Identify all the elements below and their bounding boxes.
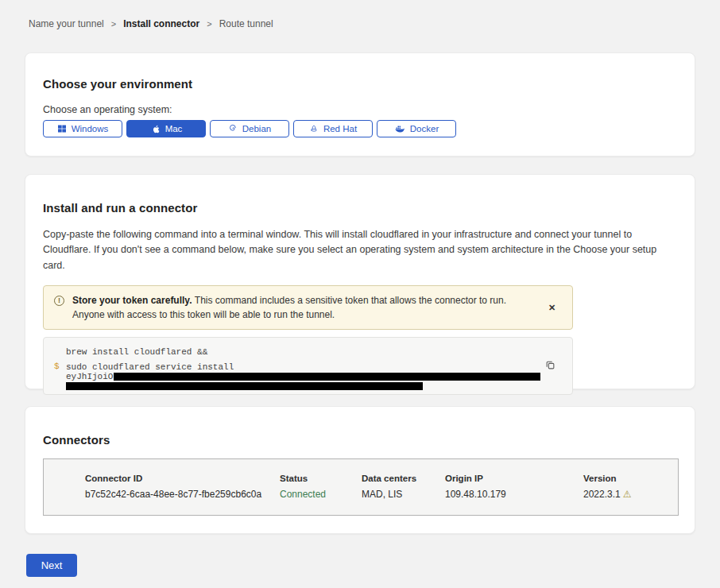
redacted-token-bar [66,382,423,390]
data-centers-value: MAD, LIS [362,489,445,500]
docker-icon [394,124,405,133]
token-prefix: eyJhIjoiO [66,372,113,381]
command-line-1: brew install cloudflared && [66,347,572,357]
column-header-data-centers: Data centers [362,474,445,483]
warning-title: Store your token carefully. [72,295,195,306]
column-header-connector-id: Connector ID [85,474,280,483]
os-button-label: Windows [72,124,109,133]
connector-id-value: b7c52c42-6caa-48ee-8c77-fbe259cb6c0a [85,489,280,500]
terminal-command-block: brew install cloudflared && $ sudo cloud… [43,337,573,395]
environment-card-title: Choose your environment [43,77,677,91]
status-badge: Connected [280,489,362,500]
command-token-line: eyJhIjoiO [66,372,572,390]
next-button[interactable]: Next [26,554,77,577]
breadcrumb-name-your-tunnel[interactable]: Name your tunnel [29,18,104,29]
shell-prompt: $ [54,362,60,371]
connectors-table: Connector ID Status Data centers Origin … [43,458,679,516]
column-header-version: Version [583,474,678,483]
column-header-status: Status [280,474,362,483]
origin-ip-value: 109.48.10.179 [445,489,583,500]
version-value: 2022.3.1⚠ [583,489,678,500]
breadcrumb: Name your tunnel > Install connector > R… [29,18,273,29]
copy-icon[interactable] [544,358,557,374]
os-button-label: Red Hat [323,124,357,133]
table-header-row: Connector ID Status Data centers Origin … [85,474,678,483]
column-header-origin-ip: Origin IP [445,474,583,483]
os-select-label: Choose an operating system: [43,104,677,115]
connectors-card: Connectors Connector ID Status Data cent… [25,406,695,534]
os-button-label: Mac [165,124,183,133]
version-warning-icon: ⚠ [623,489,632,500]
install-card-title: Install and run a connector [43,201,677,215]
token-warning-banner: ! Store your token carefully. This comma… [43,285,573,330]
alert-circle-icon: ! [54,296,64,306]
install-connector-card: Install and run a connector Copy-paste t… [25,174,695,389]
install-description: Copy-paste the following command into a … [43,227,675,273]
os-button-windows[interactable]: Windows [43,120,122,137]
redacted-token-bar [114,373,540,381]
os-button-red-hat[interactable]: Red Hat [293,120,373,137]
table-row: b7c52c42-6caa-48ee-8c77-fbe259cb6c0a Con… [85,489,678,500]
os-button-label: Debian [242,124,271,133]
breadcrumb-install-connector[interactable]: Install connector [123,18,199,29]
breadcrumb-separator: > [111,19,116,29]
apple-icon [150,124,161,134]
windows-icon [57,124,67,133]
os-button-group: Windows Mac Debian Red Hat Docker [43,120,677,137]
command-line-2: sudo cloudflared service install [66,362,572,372]
connectors-card-title: Connectors [43,433,677,447]
os-button-label: Docker [410,124,439,133]
breadcrumb-route-tunnel[interactable]: Route tunnel [219,18,273,29]
os-button-debian[interactable]: Debian [210,120,289,137]
os-button-docker[interactable]: Docker [377,120,456,137]
close-icon[interactable]: ✕ [544,300,560,316]
choose-environment-card: Choose your environment Choose an operat… [25,52,695,157]
red-hat-icon [309,124,319,133]
breadcrumb-separator: > [207,19,211,29]
debian-icon [228,124,238,133]
warning-text: Store your token carefully. This command… [72,293,529,322]
os-button-mac[interactable]: Mac [126,120,206,137]
